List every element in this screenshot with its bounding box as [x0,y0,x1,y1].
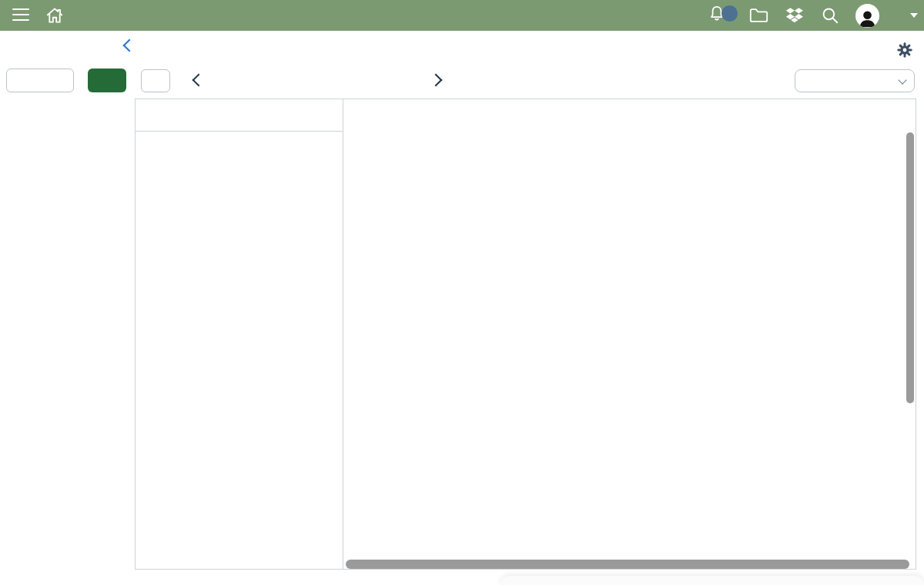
today-button[interactable] [141,69,170,92]
day-header-row [343,116,916,132]
prev-period-icon[interactable] [192,74,206,87]
app-root [0,0,924,585]
bottom-sheet-edge [500,576,924,585]
notification-count-badge [721,5,738,22]
next-period-icon[interactable] [430,74,443,87]
search-icon[interactable] [820,5,840,25]
top-bar [0,0,924,31]
settings-gear-icon[interactable] [896,42,913,58]
chevron-down-icon [898,75,906,84]
hamburger-menu-icon[interactable] [12,8,29,25]
item-list-rows [136,132,343,569]
search-sidebar [0,31,129,585]
clear-conditions-button[interactable] [6,69,74,92]
home-icon[interactable] [45,5,65,25]
item-list-panel [136,99,343,569]
folder-icon[interactable] [748,6,769,25]
dropbox-icon[interactable] [785,6,805,25]
search-button[interactable] [88,69,126,92]
notifications-bell-icon[interactable] [707,4,733,27]
calendar-pane [343,99,916,569]
gantt-chart [135,99,916,570]
zoom-scale-select[interactable] [795,69,915,92]
user-menu-caret-icon[interactable] [910,13,918,18]
user-avatar[interactable] [855,4,879,28]
month-header-row [343,99,916,116]
gantt-grid [343,132,916,569]
vertical-scrollbar[interactable] [906,132,914,403]
item-list-header [136,99,343,132]
horizontal-scrollbar[interactable] [346,560,909,569]
